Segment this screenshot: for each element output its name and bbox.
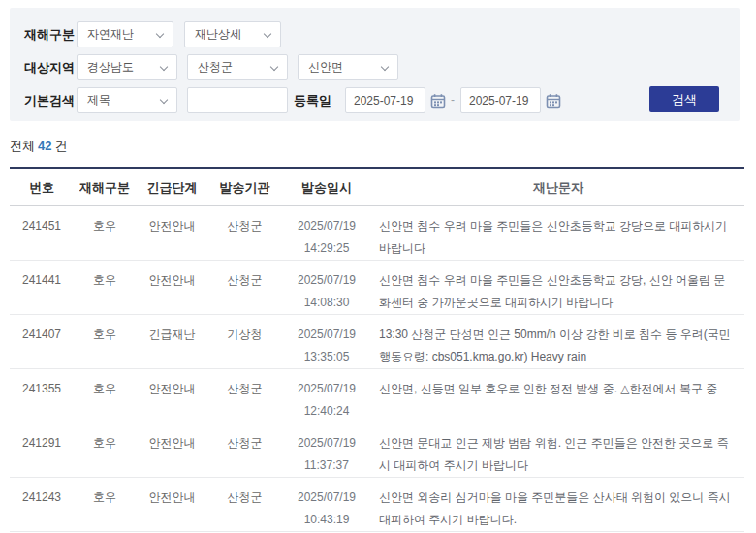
cell-time: 12:40:24	[281, 400, 372, 423]
cell-datetime: 2025/07/19 10:43:19	[281, 478, 372, 531]
cell-type: 호우	[74, 369, 136, 423]
cell-level: 안전안내	[136, 478, 208, 531]
cell-datetime: 2025/07/19 12:40:24	[281, 369, 372, 423]
cell-level: 안전안내	[136, 423, 208, 477]
date-to-input[interactable]	[469, 88, 532, 112]
cell-date: 2025/07/19	[281, 378, 372, 400]
region-province-value: 경상남도	[87, 60, 134, 74]
header-org: 발송기관	[208, 169, 281, 205]
calendar-icon[interactable]	[546, 93, 561, 109]
unit-label: 건	[54, 139, 67, 153]
disaster-detail-select[interactable]: 재난상세	[184, 21, 281, 47]
region-county-value: 산청군	[198, 60, 233, 74]
chevron-down-icon	[156, 30, 164, 38]
table-row[interactable]: 241407 호우 긴급재난 기상청 2025/07/19 13:35:05 1…	[10, 315, 744, 369]
cell-no: 241441	[10, 261, 74, 314]
calendar-icon[interactable]	[430, 93, 446, 109]
header-level: 긴급단계	[136, 169, 208, 205]
cell-date: 2025/07/19	[281, 324, 372, 346]
date-from-wrap	[345, 87, 425, 113]
region-label: 대상지역	[24, 54, 75, 80]
table-row[interactable]: 241243 호우 안전안내 산청군 2025/07/19 10:43:19 신…	[10, 478, 744, 532]
region-town-value: 신안면	[308, 60, 343, 74]
cell-datetime: 2025/07/19 13:35:05	[281, 315, 372, 368]
cell-no: 241291	[10, 423, 74, 477]
cell-datetime: 2025/07/19 14:08:30	[281, 261, 372, 314]
cell-date: 2025/07/19	[281, 486, 372, 509]
table-row[interactable]: 241291 호우 안전안내 산청군 2025/07/19 11:37:37 신…	[10, 423, 744, 478]
search-button[interactable]: 검색	[649, 86, 719, 112]
chevron-down-icon	[160, 96, 168, 104]
basic-search-label: 기본검색	[24, 87, 75, 113]
cell-message: 신안면 외송리 심거마을 마을 주민분들은 산사태 위험이 있으니 즉시 대피하…	[372, 478, 744, 531]
date-from-input[interactable]	[354, 88, 417, 112]
cell-org: 산청군	[208, 423, 281, 477]
table-row[interactable]: 241355 호우 안전안내 산청군 2025/07/19 12:40:24 신…	[10, 369, 744, 423]
cell-no: 241243	[10, 478, 74, 531]
cell-type: 호우	[74, 315, 136, 368]
cell-date: 2025/07/19	[281, 269, 372, 292]
chevron-down-icon	[160, 63, 168, 71]
register-date-label: 등록일	[294, 87, 331, 113]
cell-type: 호우	[74, 423, 136, 477]
cell-type: 호우	[74, 261, 136, 314]
cell-datetime: 2025/07/19 14:29:25	[281, 206, 372, 260]
cell-time: 14:08:30	[281, 292, 372, 314]
result-summary: 전체42건	[10, 138, 67, 155]
cell-org: 산청군	[208, 369, 281, 423]
header-no: 번호	[10, 169, 74, 205]
table-header: 번호 재해구분 긴급단계 발송기관 발송일시 재난문자	[10, 169, 744, 206]
cell-type: 호우	[74, 478, 136, 531]
cell-level: 안전안내	[136, 206, 208, 260]
table-row[interactable]: 241451 호우 안전안내 산청군 2025/07/19 14:29:25 신…	[10, 206, 744, 261]
cell-time: 11:37:37	[281, 455, 372, 477]
keyword-input-wrap	[187, 87, 288, 113]
cell-datetime: 2025/07/19 11:37:37	[281, 423, 372, 477]
date-range-separator: -	[451, 87, 455, 113]
cell-time: 14:29:25	[281, 237, 372, 260]
disaster-detail-value: 재난상세	[195, 27, 241, 41]
chevron-down-icon	[270, 63, 278, 71]
search-field-value: 제목	[87, 93, 110, 107]
date-to-wrap	[460, 87, 541, 113]
cell-date: 2025/07/19	[281, 215, 372, 237]
cell-date: 2025/07/19	[281, 432, 372, 455]
disaster-message-table: 번호 재해구분 긴급단계 발송기관 발송일시 재난문자 241451 호우 안전…	[10, 167, 744, 532]
cell-message: 신안면 침수 우려 마을 주민들은 신안초등학교 강당, 신안 어울림 문화센터…	[372, 261, 744, 314]
cell-no: 241355	[10, 369, 74, 423]
disaster-type-select[interactable]: 자연재난	[77, 21, 173, 47]
total-label: 전체	[10, 139, 35, 153]
cell-no: 241451	[10, 206, 74, 260]
cell-level: 안전안내	[136, 369, 208, 423]
cell-level: 안전안내	[136, 261, 208, 314]
cell-org: 산청군	[208, 261, 281, 314]
cell-message: 신안면 침수 우려 마을 주민들은 신안초등학교 강당으로 대피하시기 바랍니다	[372, 206, 744, 260]
cell-level: 긴급재난	[136, 315, 208, 368]
cell-type: 호우	[74, 206, 136, 260]
cell-no: 241407	[10, 315, 74, 368]
cell-org: 산청군	[208, 478, 281, 531]
cell-time: 10:43:19	[281, 509, 372, 531]
header-datetime: 발송일시	[281, 169, 372, 205]
total-count: 42	[35, 139, 54, 153]
cell-org: 산청군	[208, 206, 281, 260]
cell-message: 신안면 문대교 인근 제방 범람 위험. 인근 주민들은 안전한 곳으로 즉시 …	[372, 423, 744, 477]
search-filter-panel: 재해구분 자연재난 재난상세 대상지역 경상남도 산청군 신안면 기본검색 제목…	[10, 8, 740, 121]
cell-message: 신안면, 신등면 일부 호우로 인한 정전 발생 중. △한전에서 복구 중	[372, 369, 744, 423]
search-field-select[interactable]: 제목	[77, 87, 177, 113]
region-county-select[interactable]: 산청군	[187, 54, 288, 80]
header-type: 재해구분	[74, 169, 136, 205]
cell-org: 기상청	[208, 315, 281, 368]
cell-time: 13:35:05	[281, 346, 372, 368]
cell-message: 13:30 산청군 단성면 인근 50mm/h 이상 강한 비로 침수 등 우려…	[372, 315, 744, 368]
region-province-select[interactable]: 경상남도	[77, 54, 177, 80]
header-message: 재난문자	[372, 169, 744, 205]
disaster-type-value: 자연재난	[87, 27, 134, 41]
chevron-down-icon	[381, 63, 389, 71]
disaster-type-label: 재해구분	[24, 21, 75, 47]
region-town-select[interactable]: 신안면	[298, 54, 398, 80]
chevron-down-icon	[264, 30, 271, 38]
table-row[interactable]: 241441 호우 안전안내 산청군 2025/07/19 14:08:30 신…	[10, 261, 744, 315]
keyword-input[interactable]	[196, 88, 279, 112]
